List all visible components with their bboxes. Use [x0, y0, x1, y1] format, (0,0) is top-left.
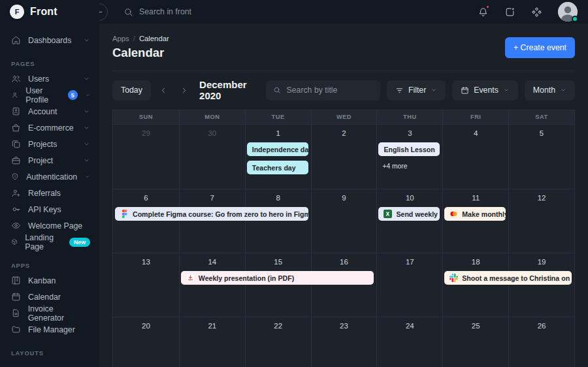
sidebar-item-landing-page[interactable]: Landing PageNew [0, 234, 99, 250]
calendar-cell-4[interactable]: 4 [442, 125, 508, 189]
calendar-cell-24[interactable]: 24 [376, 317, 442, 367]
app-window: F Front DashboardsPAGESUsersUser Profile… [0, 0, 588, 367]
date-number: 2 [312, 129, 377, 137]
logo[interactable]: F Front [0, 0, 99, 24]
sidebar-item-user-profile[interactable]: User Profile5 [0, 87, 99, 103]
person-add-icon [11, 188, 21, 198]
pdf-icon [186, 274, 195, 282]
day-header-mon: MON [179, 110, 245, 124]
apps-icon [531, 7, 542, 18]
sidebar-item-projects[interactable]: Projects [0, 136, 99, 152]
date-number: 4 [443, 129, 508, 137]
sidebar-item-users[interactable]: Users [0, 71, 99, 87]
calendar-cell-5[interactable]: 5 [508, 125, 574, 189]
sidebar-item-e-commerce[interactable]: E-commerce [0, 120, 99, 136]
calendar-event-make-monthly-pa[interactable]: Make monthly pa… [444, 207, 506, 221]
sidebar-section-pages: PAGES [0, 57, 99, 71]
calendar-cell-26[interactable]: 26 [508, 317, 574, 367]
view-selector-button[interactable]: Month [525, 80, 575, 101]
sidebar-item-referrals[interactable]: Referrals [0, 185, 99, 201]
calendar-cell-18[interactable]: 18 [442, 253, 508, 317]
next-month-button[interactable] [177, 80, 190, 101]
sidebar-item-kanban[interactable]: Kanban [0, 272, 99, 289]
calendar-cell-21[interactable]: 21 [179, 317, 245, 367]
sidebar-item-api-keys[interactable]: API Keys [0, 201, 99, 217]
event-title: Send weekly inv… [396, 210, 440, 218]
sidebar-item-file-manager[interactable]: File Manager [0, 321, 99, 338]
filter-button[interactable]: Filter [387, 80, 446, 101]
calendar-cell-29[interactable]: 29 [113, 125, 179, 189]
main-content: Apps / Calendar Calendar + Create event … [99, 24, 588, 367]
calendar-event-weekly-presentation-in-pdf[interactable]: Weekly presentation (in PDF) [181, 271, 374, 285]
calendar-cell-10[interactable]: 10 [376, 189, 442, 253]
calendar-event-complete-figma-course-go-from-[interactable]: Complete Figma course: Go from zero to h… [115, 207, 308, 221]
avatar[interactable] [558, 2, 578, 22]
calendar-cell-14[interactable]: 14 [179, 253, 245, 317]
calendar-cell-23[interactable]: 23 [311, 317, 377, 367]
sidebar-item-dashboards[interactable]: Dashboards [0, 32, 99, 48]
calendar-icon [461, 86, 469, 95]
calendar-event-shoot-a-message-to-christina-o[interactable]: Shoot a message to Christina on Slack [444, 271, 572, 285]
launch-button[interactable] [504, 7, 515, 18]
global-search-input[interactable] [139, 7, 250, 16]
calendar-cell-9[interactable]: 9 [311, 189, 377, 253]
calendar-cell-1[interactable]: 1 [245, 125, 311, 189]
event-title: Complete Figma course: Go from zero to h… [133, 210, 308, 218]
date-number: 14 [180, 258, 245, 266]
calendar-cell-15[interactable]: 15 [245, 253, 311, 317]
sidebar-item-account[interactable]: Account [0, 103, 99, 120]
calendar-cell-3[interactable]: 3 [376, 125, 442, 189]
sidebar-item-project[interactable]: Project [0, 152, 99, 168]
calendar-cell-13[interactable]: 13 [113, 253, 179, 317]
calendar-cell-22[interactable]: 22 [245, 317, 311, 367]
kanban-icon [11, 276, 21, 285]
day-header-sat: SAT [508, 110, 574, 124]
calendar-cell-8[interactable]: 8 [245, 189, 311, 253]
calendar-cell-19[interactable]: 19 [508, 253, 574, 317]
calendar-cell-7[interactable]: 7 [179, 189, 245, 253]
badge: New [69, 238, 90, 247]
chevron-down-icon [83, 140, 90, 148]
events-button[interactable]: Events [452, 80, 518, 101]
calendar-cell-2[interactable]: 2 [311, 125, 377, 189]
sidebar-item-label: E-commerce [28, 123, 74, 133]
day-header-fri: FRI [442, 110, 508, 124]
chevron-down-icon [83, 75, 90, 82]
events-label: Events [474, 86, 498, 95]
today-button[interactable]: Today [112, 80, 151, 101]
calendar-event-english-lesson[interactable]: English Lesson [378, 142, 440, 156]
calendar-event-send-weekly-inv[interactable]: Send weekly inv… [378, 207, 440, 221]
more-events-link[interactable]: +4 more [382, 163, 407, 170]
calendar-cell-16[interactable]: 16 [311, 253, 377, 317]
title-search-input[interactable] [287, 86, 373, 95]
chevron-down-icon [503, 87, 510, 93]
calendar-grid: SUNMONTUEWEDTHUFRISAT 293012345Independe… [112, 110, 575, 367]
calendar-cell-6[interactable]: 6 [113, 189, 179, 253]
logo-mark-icon: F [10, 5, 24, 19]
calendar-cell-11[interactable]: 11 [442, 189, 508, 253]
sidebar: F Front DashboardsPAGESUsersUser Profile… [0, 0, 99, 367]
breadcrumb-apps[interactable]: Apps [112, 35, 129, 42]
bell-button[interactable] [478, 7, 489, 18]
sidebar-item-authentication[interactable]: Authentication [0, 168, 99, 185]
calendar-cell-20[interactable]: 20 [113, 317, 179, 367]
eye-icon [11, 221, 21, 231]
calendar-event-teachers-day[interactable]: Teachers day [247, 161, 308, 174]
apps-button[interactable] [531, 7, 542, 18]
calendar-cell-12[interactable]: 12 [508, 189, 574, 253]
chevron-down-icon [83, 37, 90, 44]
sidebar-item-invoice-generator[interactable]: Invoice Generator [0, 305, 99, 321]
sidebar-item-welcome-page[interactable]: Welcome Page [0, 217, 99, 234]
sidebar-item-label: API Keys [28, 205, 61, 214]
create-event-button[interactable]: + Create event [505, 37, 575, 58]
sidebar-item-calendar[interactable]: Calendar [0, 289, 99, 305]
date-number: 19 [509, 258, 574, 266]
calendar-event-independence-day[interactable]: Independence day [247, 142, 308, 156]
prev-month-button[interactable] [157, 80, 171, 101]
calendar-cell-17[interactable]: 17 [376, 253, 442, 317]
calendar-cell-30[interactable]: 30 [179, 125, 245, 189]
chevron-down-icon [85, 91, 90, 99]
notification-dot [485, 5, 490, 9]
date-number: 11 [443, 194, 508, 202]
calendar-cell-25[interactable]: 25 [442, 317, 508, 367]
